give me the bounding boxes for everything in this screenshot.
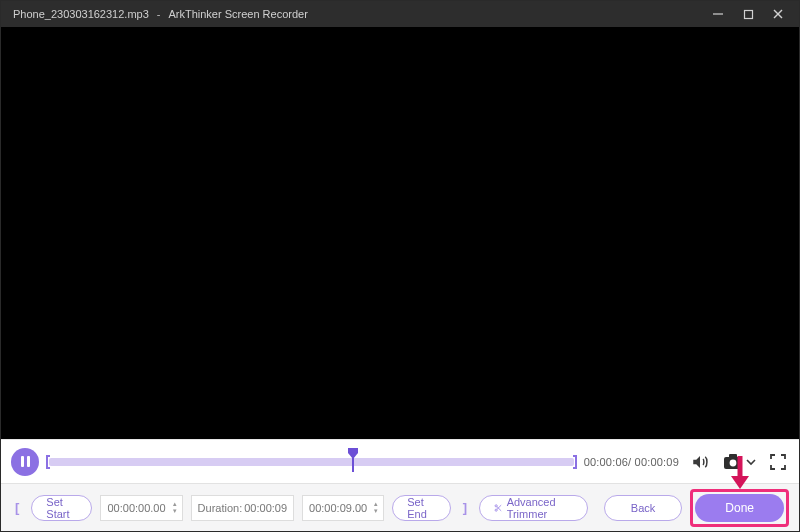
- set-start-button[interactable]: Set Start: [31, 495, 92, 521]
- start-time-stepper[interactable]: ▴ ▾: [170, 501, 180, 515]
- volume-icon[interactable]: [689, 451, 711, 473]
- trim-toolbar: [ Set Start 00:00:00.00 ▴ ▾ Duration:00:…: [1, 483, 799, 531]
- svg-marker-4: [348, 448, 358, 459]
- advanced-trimmer-button[interactable]: Advanced Trimmer: [479, 495, 588, 521]
- playhead[interactable]: [346, 448, 360, 472]
- advanced-trimmer-label: Advanced Trimmer: [507, 496, 573, 520]
- end-time-input[interactable]: 00:00:09.00 ▴ ▾: [302, 495, 384, 521]
- back-button[interactable]: Back: [604, 495, 682, 521]
- svg-marker-6: [693, 456, 700, 468]
- timeline-track: [49, 458, 574, 466]
- bracket-open-icon: [: [11, 500, 23, 515]
- scissors-icon: [494, 502, 503, 514]
- maximize-button[interactable]: [733, 1, 763, 27]
- svg-rect-1: [744, 10, 752, 18]
- close-button[interactable]: [763, 1, 793, 27]
- timeline[interactable]: [49, 451, 574, 473]
- current-time: 00:00:06: [584, 456, 628, 468]
- set-end-button[interactable]: Set End: [392, 495, 450, 521]
- end-time-value: 00:00:09.00: [309, 502, 367, 514]
- app-window: Phone_230303162312.mp3 - ArkThinker Scre…: [0, 0, 800, 532]
- start-time-value: 00:00:00.00: [107, 502, 165, 514]
- end-time-stepper[interactable]: ▴ ▾: [371, 501, 381, 515]
- bracket-close-icon: ]: [459, 500, 471, 515]
- filename: Phone_230303162312.mp3: [13, 8, 149, 20]
- pause-button[interactable]: [11, 448, 39, 476]
- trim-start-handle[interactable]: [46, 455, 50, 469]
- title-text: Phone_230303162312.mp3 - ArkThinker Scre…: [13, 8, 308, 20]
- chevron-down-icon[interactable]: ▾: [371, 508, 381, 515]
- duration-value: 00:00:09: [244, 502, 287, 514]
- start-time-input[interactable]: 00:00:00.00 ▴ ▾: [100, 495, 182, 521]
- title-separator: -: [157, 8, 161, 20]
- set-start-label: Set Start: [46, 496, 77, 520]
- total-time: 00:00:09: [631, 456, 679, 468]
- trim-end-handle[interactable]: [573, 455, 577, 469]
- titlebar: Phone_230303162312.mp3 - ArkThinker Scre…: [1, 1, 799, 27]
- set-end-label: Set End: [407, 496, 435, 520]
- back-label: Back: [631, 502, 655, 514]
- playback-bar: 00:00:06/ 00:00:09: [1, 439, 799, 483]
- duration-display: Duration:00:00:09: [191, 495, 294, 521]
- timecode: 00:00:06/ 00:00:09: [584, 456, 679, 468]
- done-button[interactable]: Done: [695, 494, 784, 522]
- fullscreen-icon[interactable]: [767, 451, 789, 473]
- duration-label: Duration:: [198, 502, 243, 514]
- done-label: Done: [725, 501, 754, 515]
- preview-area: [1, 27, 799, 439]
- done-highlight: Done: [690, 489, 789, 527]
- svg-marker-15: [731, 476, 749, 489]
- app-name: ArkThinker Screen Recorder: [168, 8, 307, 20]
- callout-arrow-icon: [728, 454, 752, 490]
- chevron-down-icon[interactable]: ▾: [170, 508, 180, 515]
- minimize-button[interactable]: [703, 1, 733, 27]
